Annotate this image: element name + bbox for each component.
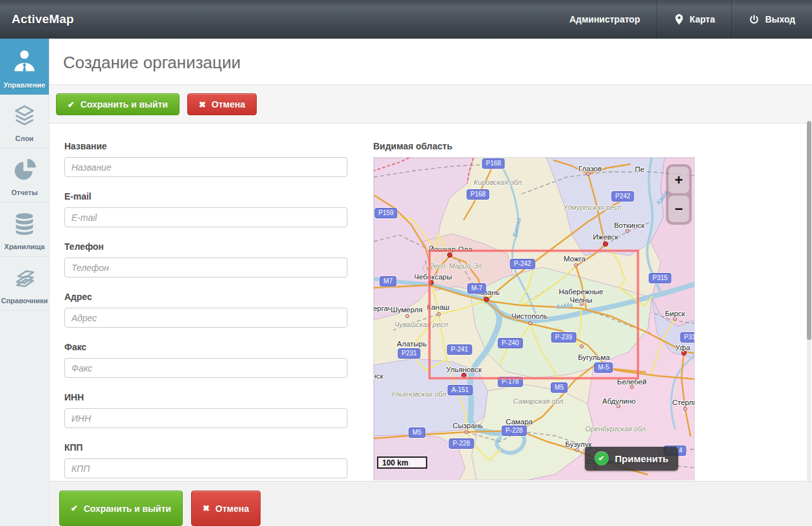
save-button-bottom[interactable]: ✔ Сохранить и выйти	[59, 491, 183, 526]
sidebar-item-management[interactable]: Управление	[0, 39, 49, 95]
road-badge: Р-228	[449, 438, 474, 449]
road-badge: P315	[649, 273, 671, 283]
map-link[interactable]: Карта	[658, 0, 732, 39]
save-button-label: Сохранить и выйти	[80, 99, 168, 109]
cancel-button[interactable]: ✖ Отмена	[187, 93, 257, 115]
database-icon	[11, 211, 38, 237]
user-icon	[10, 47, 39, 75]
field-kpp: КПП	[64, 442, 347, 478]
save-button[interactable]: ✔ Сохранить и выйти	[56, 93, 180, 115]
map-selection-rectangle[interactable]	[429, 250, 639, 379]
region-label: Оренбургская обл.	[586, 425, 648, 433]
city-dot	[405, 314, 409, 318]
cancel-button-bottom[interactable]: ✖ Отмена	[191, 491, 261, 526]
road-badge: Р-228	[502, 426, 527, 436]
field-name: Название	[64, 141, 347, 177]
road-badge: Р231	[398, 348, 420, 359]
email-input[interactable]	[64, 207, 347, 227]
sidebar-label: Отчеты	[11, 189, 37, 196]
city-label: Уфа	[675, 344, 690, 352]
organization-form: Название E-mail Телефон Адрес Факс ИНН	[64, 141, 347, 493]
logout-link[interactable]: Выход	[732, 0, 812, 39]
visible-area-label: Видимая область	[373, 141, 695, 151]
city-label: Пе	[635, 165, 645, 174]
check-icon: ✔	[71, 503, 78, 513]
sidebar-item-reports[interactable]: Отчеты	[0, 149, 49, 203]
cancel-button-label: Отмена	[216, 503, 249, 514]
city-label: Глазов	[578, 165, 602, 173]
sidebar: Управление Слои Отчеты Хранилища Справоч…	[0, 39, 50, 526]
x-icon: ✖	[203, 503, 210, 513]
current-user: Администратор	[553, 0, 657, 39]
scrollbar-thumb[interactable]	[807, 121, 811, 340]
road-badge: М5	[551, 382, 567, 393]
sidebar-item-layers[interactable]: Слои	[0, 95, 49, 149]
city-label: нск	[373, 372, 383, 380]
road-badge: P168	[466, 189, 489, 200]
sidebar-label: Управление	[3, 81, 45, 89]
road-badge: P159	[374, 208, 397, 218]
city-label: Бирск	[665, 310, 685, 318]
x-icon: ✖	[199, 100, 206, 109]
map-scale-bar: 100 km	[377, 456, 427, 469]
main-content: Создание организации ✔ Сохранить и выйти…	[50, 39, 812, 526]
city-dot	[465, 430, 468, 434]
map-zoom-control: + −	[666, 164, 692, 225]
address-input[interactable]	[64, 308, 347, 328]
road-badge: P242	[611, 191, 634, 202]
region-label: Кировская обл.	[474, 178, 523, 186]
app-logo[interactable]: ActiveMap	[0, 12, 74, 26]
layers-icon	[11, 103, 38, 129]
map-scale-label: 100 km	[378, 458, 409, 467]
road-badge: А-151	[448, 385, 473, 395]
zoom-out-button[interactable]: −	[669, 196, 689, 222]
road-badge: М5	[409, 427, 425, 438]
topbar-menu: Администратор Карта Выход	[553, 0, 812, 39]
field-address: Адрес	[64, 292, 347, 328]
city-label: Шумерля	[391, 306, 422, 314]
city-label: Сергач	[373, 305, 392, 313]
phone-input[interactable]	[64, 258, 347, 277]
sidebar-label: Справочники	[1, 297, 48, 305]
city-label: Алатырь	[397, 340, 427, 348]
fax-input[interactable]	[64, 358, 347, 378]
logout-label: Выход	[765, 14, 795, 24]
city-label: Воткинск	[614, 221, 645, 230]
map-link-label: Карта	[690, 14, 715, 24]
phone-label: Телефон	[64, 241, 347, 252]
books-icon	[11, 265, 38, 291]
top-bar: ActiveMap Администратор Карта Выход	[0, 0, 812, 39]
city-label: Сызрань	[453, 422, 483, 430]
apply-button[interactable]: ✔ Применить	[585, 447, 678, 471]
city-dot	[625, 229, 629, 233]
sidebar-item-dictionaries[interactable]: Справочники	[0, 257, 49, 311]
pie-chart-icon	[11, 157, 38, 183]
road-badge: P168	[482, 158, 504, 169]
city-label: Стерлита	[672, 399, 695, 407]
sidebar-label: Хранилища	[5, 243, 45, 250]
road-badge: Р315	[680, 332, 695, 343]
map[interactable]: Кировская обл.Удмуртская респ.Респ. Мари…	[373, 157, 695, 480]
zoom-in-button[interactable]: +	[669, 167, 689, 193]
sidebar-item-storage[interactable]: Хранилища	[0, 203, 49, 257]
road-badge: М7	[380, 276, 396, 286]
city-dot	[603, 241, 608, 247]
toolbar-bottom: ✔ Сохранить и выйти ✖ Отмена	[50, 481, 812, 526]
toolbar-top: ✔ Сохранить и выйти ✖ Отмена	[50, 85, 812, 124]
power-icon	[749, 14, 759, 25]
name-input[interactable]	[64, 157, 347, 177]
city-label: Ижевск	[593, 233, 618, 241]
save-button-label: Сохранить и выйти	[84, 503, 171, 514]
visible-area-panel: Видимая область	[373, 141, 695, 493]
kpp-input[interactable]	[64, 458, 347, 478]
cancel-button-label: Отмена	[212, 99, 245, 109]
map-pin-icon	[674, 14, 684, 25]
page-header: Создание организации	[50, 39, 812, 85]
city-dot	[575, 448, 579, 452]
apply-check-icon: ✔	[595, 451, 609, 465]
form-area: Название E-mail Телефон Адрес Факс ИНН	[50, 124, 812, 509]
fax-label: Факс	[64, 342, 347, 352]
inn-input[interactable]	[64, 408, 347, 428]
check-icon: ✔	[68, 100, 75, 109]
field-email: E-mail	[64, 191, 347, 227]
